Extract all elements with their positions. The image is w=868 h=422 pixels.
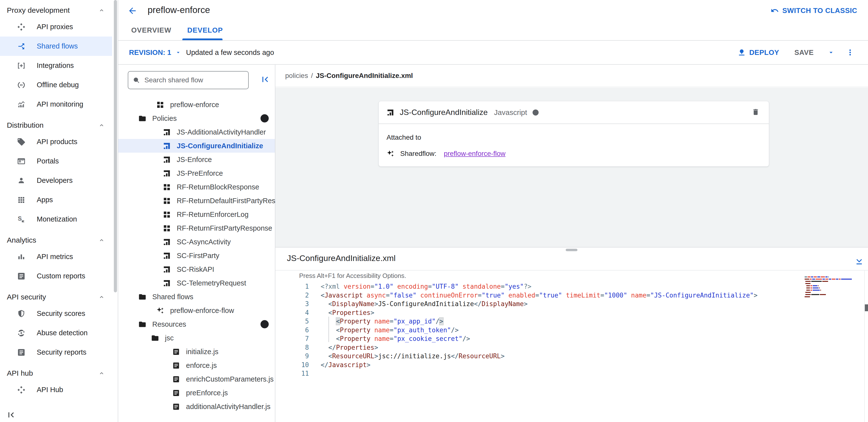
flow-canvas: JS-ConfigureAndInitialize Javascript Att… <box>275 88 868 247</box>
tree-item-label: JS-AdditionalActivityHandler <box>177 128 266 136</box>
sidebar-section-header-distribution[interactable]: Distribution <box>0 118 112 132</box>
sidebar-item-api-proxies[interactable]: API proxies <box>0 17 112 36</box>
revision-selector[interactable]: REVISION: 1 <box>129 41 181 64</box>
file-icon <box>172 375 180 383</box>
tree-item-sc-riskapi[interactable]: SC-RiskAPI <box>118 262 275 276</box>
sidebar-item-api-metrics[interactable]: API metrics <box>0 247 112 266</box>
sidebar-item-apps[interactable]: Apps <box>0 190 112 209</box>
sidebar-item-api-products[interactable]: API products <box>0 132 112 151</box>
tree-item-shared-flows[interactable]: Shared flows <box>118 290 275 304</box>
tree-item-enrichcustomparameters-js[interactable]: enrichCustomParameters.js <box>118 372 275 386</box>
sidebar-item-developers[interactable]: Developers <box>0 171 112 190</box>
tree-item-sc-firstparty[interactable]: SC-FirstParty <box>118 249 275 262</box>
code-area[interactable]: 1<?xml version="1.0" encoding="UTF-8" st… <box>275 282 834 378</box>
editor-scrollbar-thumb[interactable] <box>865 304 868 311</box>
delete-policy-icon[interactable] <box>752 108 760 116</box>
sidebar-item-shared-flows[interactable]: Shared flows <box>0 36 112 56</box>
save-dropdown-caret[interactable] <box>827 49 835 56</box>
tree-item-label: JS-Enforce <box>177 156 212 164</box>
sidebar-section-items: API proxiesShared flowsIntegrationsOffli… <box>0 17 112 114</box>
sidebar-item-api-hub[interactable]: API Hub <box>0 380 112 399</box>
search-input[interactable] <box>144 76 243 84</box>
line-number: 9 <box>275 352 309 361</box>
save-button[interactable]: SAVE <box>794 49 814 57</box>
code-line: 4 <Properties> <box>275 309 834 317</box>
tree-item-rf-returnfirstpartyresponse[interactable]: RF-ReturnFirstPartyResponse <box>118 221 275 235</box>
tree-item-label: JS-PreEnforce <box>177 169 223 177</box>
tree-item-js-configureandinitialize[interactable]: JS-ConfigureAndInitialize <box>118 139 275 153</box>
sidebar-item-label: Developers <box>37 176 73 185</box>
sidebar-nav: Proxy developmentAPI proxiesShared flows… <box>0 0 118 422</box>
back-button[interactable] <box>127 5 138 16</box>
add-resources-button[interactable] <box>260 319 270 329</box>
collapse-tree-panel-icon[interactable] <box>260 74 271 85</box>
tree-item-sc-asyncactivity[interactable]: SC-AsyncActivity <box>118 235 275 249</box>
search-box <box>128 71 249 89</box>
sidebar-item-custom-reports[interactable]: Custom reports <box>0 266 112 286</box>
folder-icon <box>151 334 159 342</box>
info-icon[interactable] <box>532 109 539 116</box>
breadcrumb-parent[interactable]: policies <box>285 72 308 80</box>
add-policies-button[interactable] <box>260 113 270 123</box>
tree-item-rf-returndefaultfirstpartyresponse[interactable]: RF-ReturnDefaultFirstPartyResponse <box>118 194 275 207</box>
tree-item-preenforce-js[interactable]: preEnforce.js <box>118 386 275 400</box>
sidebar-item-abuse-detection[interactable]: Abuse detection <box>0 323 112 343</box>
developers-icon <box>17 176 26 185</box>
sidebar-section-header-analytics[interactable]: Analytics <box>0 233 112 247</box>
sidebar-item-api-monitoring[interactable]: API monitoring <box>0 94 112 114</box>
tree-item-js-preenforce[interactable]: JS-PreEnforce <box>118 166 275 180</box>
tree-item-initialize-js[interactable]: initialize.js <box>118 345 275 359</box>
switch-to-classic-button[interactable]: SWITCH TO CLASSIC <box>771 6 857 15</box>
breadcrumb-current: JS-ConfigureAndInitialize.xml <box>316 72 413 80</box>
api-products-icon <box>17 137 26 146</box>
sidebar-item-security-scores[interactable]: Security scores <box>0 304 112 323</box>
tree-item-rf-returnenforcerlog[interactable]: RF-ReturnEnforcerLog <box>118 207 275 221</box>
collapse-editor-icon[interactable] <box>854 256 864 266</box>
more-options-kebab[interactable] <box>846 48 854 57</box>
security-reports-icon <box>17 348 26 357</box>
code-line: 1<?xml version="1.0" encoding="UTF-8" st… <box>275 282 834 291</box>
sidebar-item-monetization[interactable]: SMonetization <box>0 209 112 229</box>
switch-to-classic-label: SWITCH TO CLASSIC <box>782 7 857 15</box>
policy-icon <box>163 128 171 136</box>
sidebar-item-label: Security reports <box>37 348 86 356</box>
panel-resize-handle[interactable] <box>566 249 578 251</box>
sidebar-item-portals[interactable]: Portals <box>0 151 112 171</box>
tree-item-jsc[interactable]: jsc <box>118 331 275 345</box>
offline-debug-icon <box>17 80 26 90</box>
policy-icon <box>163 279 171 287</box>
tree-item-enforce-js[interactable]: enforce.js <box>118 359 275 372</box>
code-minimap[interactable] <box>805 276 856 299</box>
shared-flows-icon <box>17 42 26 51</box>
sidebar-section-header-proxy-development[interactable]: Proxy development <box>0 3 112 17</box>
tree-item-js-enforce[interactable]: JS-Enforce <box>118 153 275 166</box>
tree-item-js-additionalactivityhandler[interactable]: JS-AdditionalActivityHandler <box>118 125 275 139</box>
sidebar-section-distribution: DistributionAPI productsPortalsDeveloper… <box>0 118 112 229</box>
sidebar-item-offline-debug[interactable]: Offline debug <box>0 75 112 94</box>
tree-item-rf-returnblockresponse[interactable]: RF-ReturnBlockResponse <box>118 180 275 194</box>
tree-item-resources[interactable]: Resources <box>118 317 275 331</box>
sidebar-item-integrations[interactable]: Integrations <box>0 56 112 75</box>
tab-overview[interactable]: OVERVIEW <box>131 26 172 34</box>
sidebar-section-items: API metricsCustom reports <box>0 247 112 286</box>
code-line-text: </Properties> <box>309 343 378 352</box>
tree-item-policies[interactable]: Policies <box>118 112 275 125</box>
sidebar-item-security-reports[interactable]: Security reports <box>0 343 112 362</box>
sidebar-scrollbar[interactable] <box>114 0 117 292</box>
deploy-button[interactable]: DEPLOY <box>738 48 779 57</box>
tree-item-sc-telemetryrequest[interactable]: SC-TelemetryRequest <box>118 276 275 290</box>
sidebar-section-header-api-hub[interactable]: API hub <box>0 366 112 380</box>
file-icon <box>172 389 180 397</box>
tree-item-additionalactivityhandler-js[interactable]: additionalActivityHandler.js <box>118 400 275 414</box>
tree-item-preflow-enforce[interactable]: preflow-enforce <box>118 98 275 112</box>
editor-filename: JS-ConfigureAndInitialize.xml <box>287 253 396 263</box>
revision-actions: DEPLOY SAVE <box>738 41 854 64</box>
tab-develop[interactable]: DEVELOP <box>187 26 223 34</box>
tree-item-preflow-enforce-flow[interactable]: preflow-enforce-flow <box>118 304 275 317</box>
updated-status: Updated a few seconds ago <box>186 41 274 64</box>
minimap-line <box>805 292 856 293</box>
line-number: 4 <box>275 309 309 317</box>
sidebar-section-header-api-security[interactable]: API security <box>0 290 112 304</box>
collapse-sidebar-icon[interactable] <box>6 410 16 420</box>
sharedflow-link[interactable]: preflow-enforce-flow <box>444 150 505 158</box>
